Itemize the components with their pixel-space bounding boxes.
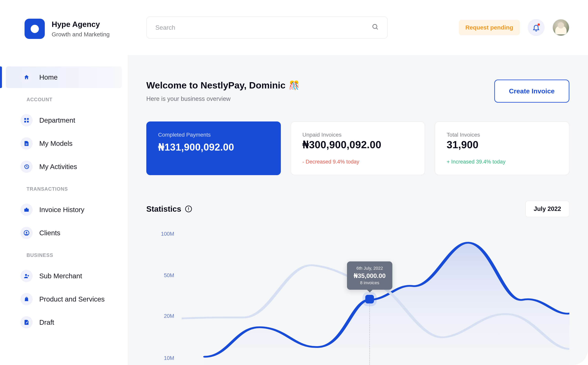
sidebar-item-invoice-history[interactable]: Invoice History	[6, 199, 122, 221]
chart-tooltip: 6th July, 2022 ₦35,000.00 8 invoices	[347, 261, 392, 290]
card-value: ₦131,900,092.00	[158, 141, 269, 153]
statistics-chart: 100M 50M 20M 10M	[146, 231, 569, 365]
page-title-text: Welcome to NestlyPay, Dominic	[146, 80, 286, 91]
sidebar-item-label: Invoice History	[39, 206, 84, 214]
sidebar-item-label: Home	[39, 73, 58, 81]
sidebar-nav: Home Account Department My Models My Act…	[6, 66, 122, 333]
document-icon	[21, 137, 33, 150]
brand-logo	[25, 19, 45, 39]
svg-rect-0	[24, 118, 26, 120]
search-input[interactable]	[155, 24, 372, 31]
search[interactable]	[146, 16, 388, 39]
y-tick: 10M	[164, 355, 174, 361]
y-tick: 100M	[161, 231, 174, 237]
content: Welcome to NestlyPay, Dominic 🎊 Here is …	[146, 12, 569, 365]
y-tick: 50M	[164, 273, 174, 279]
request-pending-badge[interactable]: Request pending	[459, 20, 520, 35]
tooltip-amount: ₦35,000.00	[354, 272, 385, 280]
card-trend: + Increased 39.4% today	[447, 159, 558, 165]
sidebar-item-label: Department	[39, 116, 75, 124]
sidebar-item-my-activities[interactable]: My Activities	[6, 156, 122, 177]
home-icon	[21, 71, 33, 83]
card-label: Total Invoices	[447, 132, 558, 138]
sidebar-item-department[interactable]: Department	[6, 110, 122, 131]
sidebar: Hype Agency Growth and Marketing Home Ac…	[0, 0, 128, 365]
page-title: Welcome to NestlyPay, Dominic 🎊	[146, 80, 300, 91]
brand: Hype Agency Growth and Marketing	[6, 19, 122, 39]
tooltip-date: 6th July, 2022	[354, 266, 385, 271]
page-subtitle: Here is your business overview	[146, 95, 300, 102]
sidebar-item-my-models[interactable]: My Models	[6, 133, 122, 154]
user-add-icon	[21, 270, 33, 282]
chart-guide-line	[369, 301, 370, 365]
user-circle-icon	[21, 227, 33, 239]
card-label: Completed Payments	[158, 132, 269, 138]
statistics-header: Statistics ! July 2022	[146, 201, 569, 217]
svg-rect-3	[27, 121, 29, 123]
grid-icon	[21, 114, 33, 126]
chart-plot: 6th July, 2022 ₦35,000.00 8 invoices	[182, 231, 569, 365]
svg-rect-4	[26, 143, 27, 144]
history-icon	[21, 161, 33, 173]
card-label: Unpaid Invoices	[302, 132, 413, 138]
sidebar-item-home[interactable]: Home	[6, 66, 122, 88]
sidebar-item-label: My Models	[39, 140, 72, 147]
main: Request pending Welcome to NestlyPay, Do…	[128, 0, 588, 365]
stat-cards: Completed Payments ₦131,900,092.00 Unpai…	[146, 121, 569, 175]
sidebar-item-label: Draft	[39, 318, 54, 326]
sidebar-item-label: Product and Services	[39, 295, 105, 303]
topbar: Request pending	[128, 0, 588, 55]
brand-subtitle: Growth and Marketing	[52, 31, 109, 38]
confetti-icon: 🎊	[289, 80, 300, 91]
create-invoice-button[interactable]: Create Invoice	[494, 80, 569, 103]
svg-point-10	[25, 274, 27, 276]
chart-y-axis: 100M 50M 20M 10M	[146, 231, 180, 365]
svg-point-9	[26, 232, 27, 233]
sidebar-item-clients[interactable]: Clients	[6, 222, 122, 244]
sidebar-item-product-services[interactable]: Product and Services	[6, 288, 122, 310]
svg-rect-1	[27, 118, 29, 120]
card-unpaid-invoices[interactable]: Unpaid Invoices ₦300,900,092.00 - Decrea…	[291, 121, 425, 175]
file-edit-icon	[21, 316, 33, 329]
sidebar-section-account: Account	[6, 90, 122, 108]
card-trend: - Decreased 9.4% today	[302, 159, 413, 165]
notifications-button[interactable]	[528, 19, 545, 36]
welcome-row: Welcome to NestlyPay, Dominic 🎊 Here is …	[146, 67, 569, 103]
chart-marker	[365, 295, 374, 303]
card-value: ₦300,900,092.00	[302, 139, 413, 151]
svg-rect-7	[24, 209, 29, 212]
tooltip-sub: 8 invoices	[354, 280, 385, 285]
svg-rect-5	[26, 144, 27, 145]
bag-icon	[21, 293, 33, 305]
sidebar-item-label: My Activities	[39, 163, 77, 171]
sidebar-item-label: Sub Merchant	[39, 272, 82, 280]
sidebar-item-label: Clients	[39, 229, 60, 237]
briefcase-icon	[21, 204, 33, 216]
search-icon	[372, 23, 379, 32]
card-value: 31,900	[447, 139, 558, 151]
sidebar-section-business: Business	[6, 245, 122, 264]
statistics-title: Statistics !	[146, 205, 192, 213]
statistics-title-text: Statistics	[146, 205, 181, 213]
sidebar-item-draft[interactable]: Draft	[6, 312, 122, 333]
notification-dot-icon	[538, 23, 540, 26]
card-completed-payments[interactable]: Completed Payments ₦131,900,092.00	[146, 121, 281, 175]
sidebar-section-transactions: Transactions	[6, 179, 122, 197]
info-icon[interactable]: !	[185, 206, 192, 212]
card-total-invoices[interactable]: Total Invoices 31,900 + Increased 39.4% …	[435, 121, 569, 175]
svg-point-11	[373, 24, 377, 28]
svg-rect-2	[24, 121, 26, 123]
period-selector[interactable]: July 2022	[525, 201, 569, 217]
sidebar-item-sub-merchant[interactable]: Sub Merchant	[6, 265, 122, 287]
brand-title: Hype Agency	[52, 20, 109, 29]
avatar[interactable]	[553, 19, 569, 36]
y-tick: 20M	[164, 313, 174, 319]
